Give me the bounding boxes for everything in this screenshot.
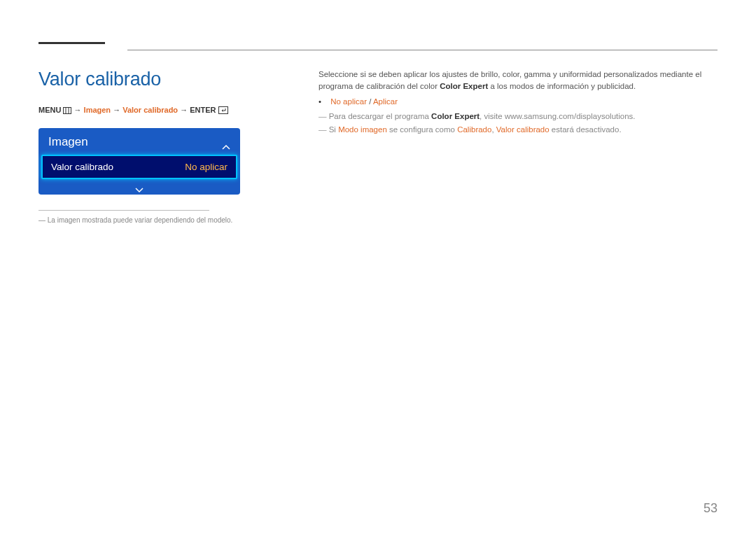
left-column: Valor calibrado MENU → Imagen → Valor ca… <box>38 69 284 224</box>
right-column: Seleccione si se deben aplicar los ajust… <box>318 69 718 135</box>
breadcrumb-enter-label: ENTER <box>190 106 216 114</box>
left-note-rule <box>38 210 209 211</box>
osd-menu-title: Imagen <box>48 135 222 149</box>
menu-grid-icon <box>63 107 71 115</box>
dash-icon: ― <box>318 125 329 134</box>
dash-icon: ― <box>318 112 329 120</box>
note2-valor-calibrado: Valor calibrado <box>496 125 550 134</box>
page-title: Valor calibrado <box>38 69 284 90</box>
options-line: • No aplicar / Aplicar <box>318 96 718 108</box>
desc-text-c: a los modos de información y publicidad. <box>488 82 636 90</box>
content-area: Valor calibrado MENU → Imagen → Valor ca… <box>38 69 718 224</box>
option-separator: / <box>367 97 373 106</box>
option-aplicar: Aplicar <box>373 97 398 106</box>
breadcrumb-arrow: → <box>180 106 188 114</box>
note2-c: se configura como <box>387 125 457 134</box>
note2-a: Si <box>329 125 338 134</box>
breadcrumb-menu-label: MENU <box>38 106 61 114</box>
desc-strong-color-expert: Color Expert <box>440 82 488 90</box>
description-paragraph: Seleccione si se deben aplicar los ajust… <box>318 69 718 92</box>
osd-menu-item-value: No aplicar <box>185 162 227 172</box>
note1-c: , visite www.samsung.com/displaysolution… <box>479 112 635 120</box>
svg-rect-0 <box>64 108 71 114</box>
breadcrumb: MENU → Imagen → Valor calibrado → ENTER <box>38 106 284 115</box>
breadcrumb-crumb-2: Valor calibrado <box>122 106 178 114</box>
enter-icon <box>218 106 228 115</box>
left-note: — La imagen mostrada puede variar depend… <box>38 216 284 224</box>
osd-menu-item-label: Valor calibrado <box>51 162 185 172</box>
osd-menu-panel: Imagen Valor calibrado No aplicar <box>38 128 240 195</box>
note2-calibrado: Calibrado <box>457 125 491 134</box>
breadcrumb-arrow: → <box>113 106 120 114</box>
chevron-up-icon[interactable] <box>222 139 230 145</box>
osd-menu-header: Imagen <box>38 129 240 155</box>
osd-menu-item-valor-calibrado[interactable]: Valor calibrado No aplicar <box>41 155 237 179</box>
note2-g: estará desactivado. <box>550 125 622 134</box>
note1-strong: Color Expert <box>431 112 479 120</box>
page-number: 53 <box>704 501 718 516</box>
page: Valor calibrado MENU → Imagen → Valor ca… <box>0 0 756 534</box>
note1-a: Para descargar el programa <box>329 112 431 120</box>
breadcrumb-crumb-1: Imagen <box>84 106 111 114</box>
chevron-down-icon[interactable] <box>135 183 144 189</box>
breadcrumb-arrow: → <box>74 106 82 114</box>
header-rule <box>127 50 718 50</box>
note-mode: ― Si Modo imagen se configura como Calib… <box>318 124 718 136</box>
note2-modo-imagen: Modo imagen <box>338 125 387 134</box>
osd-menu-footer <box>38 179 240 195</box>
note-download: ― Para descargar el programa Color Exper… <box>318 111 718 122</box>
header-accent-bar <box>38 42 105 44</box>
option-no-aplicar: No aplicar <box>330 97 367 106</box>
bullet-icon: • <box>318 96 328 108</box>
